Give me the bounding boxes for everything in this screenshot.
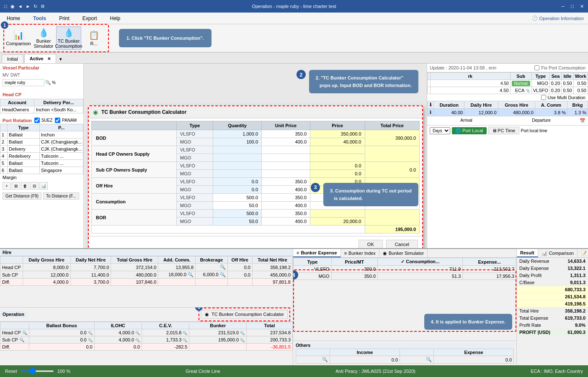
head-cp-mgo-unit[interactable]: [262, 154, 310, 162]
head-cp-vlsfo-unit[interactable]: [262, 146, 310, 154]
maximize-btn[interactable]: □: [571, 4, 574, 9]
vessel-search-input[interactable]: [3, 79, 44, 86]
tab-close-btn[interactable]: ✕: [47, 56, 51, 61]
port-local-btn[interactable]: 🌐 Port Local: [452, 127, 487, 134]
r-btn[interactable]: 📋 R...: [81, 26, 106, 50]
search-icon-op10[interactable]: 🔍: [240, 338, 245, 342]
app-icon-nav-fwd[interactable]: ►: [26, 4, 31, 9]
app-icon-gear[interactable]: ⚙: [41, 4, 45, 9]
popup-ok-btn[interactable]: OK: [358, 240, 383, 248]
bunker-expense-tab[interactable]: ≡ Bunker Expense: [293, 249, 341, 257]
tc-bunker-consumption-btn[interactable]: 💧 TC Bunker Consumption: [56, 26, 81, 50]
sub-cp-vlsfo-qty[interactable]: [213, 162, 262, 170]
others-search-btn[interactable]: 🔍: [296, 356, 330, 364]
tab-active[interactable]: Active ✕: [24, 54, 56, 63]
tc-bunker-taskbar-btn[interactable]: ◉ TC Bunker Consumption Calculator: [201, 310, 288, 319]
bunker-simulator-btn[interactable]: 💧 Bunker Simulator: [31, 26, 56, 50]
bunker-index-tab[interactable]: ≡ Bunker Index: [341, 249, 379, 257]
bor-vlsfo-qty[interactable]: 500.0: [213, 210, 262, 218]
panam-check[interactable]: [55, 118, 60, 123]
popup-cancel-btn[interactable]: Cancel: [386, 240, 418, 248]
head-cp-row: HeadOwners Inchon <South Ko...: [0, 106, 83, 113]
search-icon-op8[interactable]: 🔍: [135, 338, 140, 342]
arrival-departure-row: Arrival Departure 📅: [427, 116, 588, 125]
search-icon-op7[interactable]: 🔍: [88, 338, 93, 342]
head-cp-vlsfo-qty[interactable]: [213, 146, 262, 154]
tab-initial[interactable]: Initial: [2, 54, 23, 63]
use-multi-checkbox[interactable]: Use Multi Duration: [541, 95, 585, 100]
window-controls[interactable]: ─ □ ✕: [562, 4, 584, 9]
add-port-btn[interactable]: +: [3, 182, 11, 190]
search-icon-op9[interactable]: 🔍: [183, 338, 187, 342]
suez-checkbox[interactable]: SUEZ: [34, 118, 53, 123]
menu-tools[interactable]: Tools: [30, 14, 49, 23]
bod-vlsfo-unit[interactable]: 350.0: [262, 130, 310, 138]
sub-cp-mgo-qty[interactable]: [213, 170, 262, 178]
bor-mgo-qty[interactable]: 50.0: [213, 218, 262, 226]
others-search-btn2[interactable]: 🔍: [400, 356, 434, 364]
offhire-mgo-unit[interactable]: 400.0: [262, 186, 310, 194]
bor-total-price: [365, 210, 420, 226]
menu-print[interactable]: Print: [56, 14, 73, 23]
menu-help[interactable]: Help: [107, 14, 124, 23]
menu-home[interactable]: Home: [3, 14, 23, 23]
search-icon[interactable]: 🔍: [45, 80, 51, 85]
popup-col-type: Type: [177, 121, 213, 130]
port-name: Inchon: [39, 131, 83, 138]
grid-btn[interactable]: ⊟: [30, 182, 39, 190]
days-select[interactable]: Days: [430, 127, 450, 134]
bod-mgo-unit[interactable]: 400.0: [262, 138, 310, 146]
dur-gross-hire-col: Gross Hire: [498, 101, 535, 109]
app-icon-refresh[interactable]: ↻: [34, 4, 37, 9]
offhire-vlsfo-unit[interactable]: 350.0: [262, 178, 310, 186]
split-port-btn[interactable]: ⊞: [12, 182, 20, 190]
zoom-slider[interactable]: [21, 370, 54, 372]
close-btn[interactable]: ✕: [580, 4, 584, 9]
search-icon-hire[interactable]: 🔍: [220, 264, 226, 269]
menu-export[interactable]: Export: [79, 14, 101, 23]
others-section: Others Income Expense: [293, 341, 516, 365]
get-distance-btn[interactable]: Get Distance (F9): [3, 192, 41, 200]
search-icon-2[interactable]: 🔍: [188, 272, 193, 277]
app-icon-nav-back[interactable]: ◄: [18, 4, 23, 9]
chart-btn[interactable]: 📊: [39, 182, 48, 190]
fix-port-checkbox[interactable]: Fix Port Consumption: [534, 65, 585, 70]
search-icon-op2[interactable]: 🔍: [88, 331, 93, 335]
search-icon-op4[interactable]: 🔍: [183, 331, 187, 335]
to-distance-btn[interactable]: To Distance (F...: [43, 192, 79, 200]
bod-vlsfo-qty[interactable]: 1,000.0: [213, 130, 262, 138]
profit-rate-val: 9.0%: [558, 322, 588, 329]
hire-subcp-daily-gross: 12,000.0: [23, 271, 70, 279]
offhire-mgo-qty[interactable]: 0.0: [213, 186, 262, 194]
suez-check[interactable]: [34, 118, 40, 123]
search-icon-op3[interactable]: 🔍: [135, 331, 140, 335]
bunker-simulator-tab[interactable]: ◉ Bunker Simulator: [379, 249, 428, 257]
calendar-icon[interactable]: 📅: [580, 118, 585, 123]
pc-time-btn[interactable]: 🖥 PC Time: [488, 127, 519, 134]
cons-sub-col: Sub: [510, 73, 531, 80]
search-icon-op5[interactable]: 🔍: [240, 331, 245, 335]
result-tab[interactable]: Result: [517, 249, 538, 257]
hire-headcp-daily-gross: 8,000.0: [23, 264, 70, 271]
search-icon-op1[interactable]: 🔍: [22, 331, 27, 335]
head-cp-mgo-qty[interactable]: [213, 154, 262, 162]
operation-info-link[interactable]: 🕐 Operation Information: [532, 15, 584, 21]
search-icon-op6[interactable]: 🔍: [19, 338, 24, 342]
bod-mgo-qty[interactable]: 100.0: [213, 138, 262, 146]
bor-mgo-unit[interactable]: 400.0: [262, 218, 310, 226]
sub-cp-vlsfo-unit[interactable]: [262, 162, 310, 170]
use-multi-check[interactable]: [541, 95, 546, 100]
remark-tab[interactable]: 📝 Remark: [578, 249, 588, 257]
search-icon-3[interactable]: 🔍: [220, 272, 226, 277]
delete-port-btn[interactable]: 🗑: [21, 182, 29, 190]
minimize-btn[interactable]: ─: [562, 4, 565, 9]
comparison-btn[interactable]: 📊 Comparison: [6, 26, 31, 50]
head-cp-table: Account Delivery Por... HeadOwners Incho…: [0, 99, 83, 113]
fix-port-check[interactable]: [534, 65, 539, 70]
comparison-tab[interactable]: 📊 Comparison: [538, 249, 578, 257]
bor-vlsfo-unit[interactable]: 350.0: [262, 210, 310, 218]
offhire-vlsfo-qty[interactable]: 0.0: [213, 178, 262, 186]
panam-checkbox[interactable]: PANAM: [55, 118, 77, 123]
sub-cp-mgo-unit[interactable]: [262, 170, 310, 178]
tab-dropdown-btn[interactable]: ▼: [57, 55, 64, 63]
